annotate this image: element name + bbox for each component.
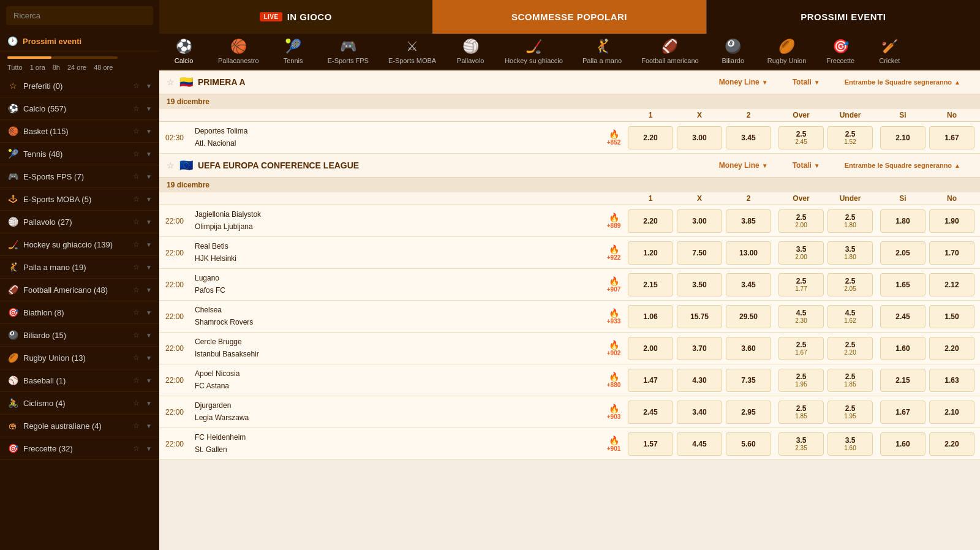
odds-1-1-4[interactable]: 2.00 bbox=[628, 337, 673, 360]
odds-under-0-0[interactable]: 2.5 1.52 bbox=[827, 126, 873, 149]
star-button-7[interactable]: ☆ bbox=[133, 240, 140, 249]
odds-over-1-0[interactable]: 2.5 2.00 bbox=[778, 209, 824, 233]
odds-1-1-2[interactable]: 2.15 bbox=[628, 273, 673, 296]
sidebar-item-0[interactable]: ☆ Preferiti (0) ☆ ▼ bbox=[0, 75, 159, 97]
sidebar-item-1[interactable]: ⚽ Calcio (557) ☆ ▼ bbox=[0, 97, 159, 120]
odds-1-1-0[interactable]: 2.20 bbox=[628, 209, 673, 233]
odds-no-1-0[interactable]: 1.90 bbox=[929, 209, 974, 233]
odds-no-1-5[interactable]: 1.63 bbox=[929, 369, 974, 392]
sport-tab-rugby-union[interactable]: 🏉 Rugby Union bbox=[758, 34, 816, 70]
odds-1-1-7[interactable]: 1.57 bbox=[628, 432, 673, 456]
odds-2-1-0[interactable]: 3.85 bbox=[726, 209, 771, 233]
star-button-9[interactable]: ☆ bbox=[133, 285, 140, 294]
sport-tab-e-sports-fps[interactable]: 🎮 E-Sports FPS bbox=[318, 34, 379, 70]
odds-no-1-3[interactable]: 1.50 bbox=[929, 305, 974, 328]
star-button-1[interactable]: ☆ bbox=[133, 104, 140, 113]
odds-2-1-2[interactable]: 3.45 bbox=[726, 273, 771, 296]
odds-2-1-4[interactable]: 3.60 bbox=[726, 337, 771, 360]
sport-tab-biliardo[interactable]: 🎱 Biliardo bbox=[709, 34, 758, 70]
odds-over-1-6[interactable]: 2.5 1.85 bbox=[778, 401, 824, 424]
sport-tab-football-americano[interactable]: 🏈 Football americano bbox=[631, 34, 709, 70]
odds-x-1-6[interactable]: 3.40 bbox=[677, 401, 722, 424]
moneyline-header-0[interactable]: Money Line ▼ bbox=[707, 78, 780, 86]
scommesse-popolari-button[interactable]: SCOMMESSE POPOLARI bbox=[432, 0, 706, 34]
odds-x-1-4[interactable]: 3.70 bbox=[677, 337, 722, 360]
odds-1-1-6[interactable]: 2.45 bbox=[628, 401, 673, 424]
odds-si-1-7[interactable]: 1.60 bbox=[880, 432, 925, 456]
odds-under-1-2[interactable]: 2.5 2.05 bbox=[827, 273, 873, 296]
odds-2-1-3[interactable]: 29.50 bbox=[726, 305, 771, 328]
star-button-14[interactable]: ☆ bbox=[133, 399, 140, 407]
odds-x-1-7[interactable]: 4.45 bbox=[677, 432, 722, 456]
totali-header-1[interactable]: Totali ▼ bbox=[780, 161, 832, 170]
odds-under-1-6[interactable]: 2.5 1.95 bbox=[827, 401, 873, 424]
sidebar-item-5[interactable]: 🕹 E-Sports MOBA (5) ☆ ▼ bbox=[0, 188, 159, 211]
sidebar-item-10[interactable]: 🎯 Biathlon (8) ☆ ▼ bbox=[0, 301, 159, 324]
odds-2-1-6[interactable]: 2.95 bbox=[726, 401, 771, 424]
star-button-3[interactable]: ☆ bbox=[133, 149, 140, 158]
star-button-6[interactable]: ☆ bbox=[133, 217, 140, 226]
odds-under-1-3[interactable]: 4.5 1.62 bbox=[827, 305, 873, 328]
odds-over-1-7[interactable]: 3.5 2.35 bbox=[778, 432, 824, 456]
sidebar-item-4[interactable]: 🎮 E-Sports FPS (7) ☆ ▼ bbox=[0, 165, 159, 188]
odds-si-1-3[interactable]: 2.45 bbox=[880, 305, 925, 328]
odds-no-0-0[interactable]: 1.67 bbox=[929, 126, 974, 149]
in-gioco-button[interactable]: LIVE IN GIOCO bbox=[159, 0, 432, 34]
sidebar-item-16[interactable]: 🎯 Freccette (32) ☆ ▼ bbox=[0, 437, 159, 460]
sport-tab-pallacanestro[interactable]: 🏀 Pallacanestro bbox=[208, 34, 269, 70]
odds-x-1-0[interactable]: 3.00 bbox=[677, 209, 722, 233]
star-button-2[interactable]: ☆ bbox=[133, 127, 140, 135]
odds-si-0-0[interactable]: 2.10 bbox=[880, 126, 925, 149]
odds-over-1-2[interactable]: 2.5 1.77 bbox=[778, 273, 824, 296]
sport-tab-tennis[interactable]: 🎾 Tennis bbox=[269, 34, 318, 70]
odds-x-1-3[interactable]: 15.75 bbox=[677, 305, 722, 328]
odds-x-1-5[interactable]: 4.30 bbox=[677, 369, 722, 392]
odds-over-1-4[interactable]: 2.5 1.67 bbox=[778, 337, 824, 360]
odds-no-1-6[interactable]: 2.10 bbox=[929, 401, 974, 424]
league-star-1[interactable]: ☆ bbox=[167, 160, 175, 170]
odds-si-1-0[interactable]: 1.80 bbox=[880, 209, 925, 233]
odds-over-1-3[interactable]: 4.5 2.30 bbox=[778, 305, 824, 328]
odds-under-1-1[interactable]: 3.5 1.80 bbox=[827, 241, 873, 265]
sport-tab-freccette[interactable]: 🎯 Freccette bbox=[816, 34, 865, 70]
sport-tab-cricket[interactable]: 🏏 Cricket bbox=[865, 34, 914, 70]
sport-tab-calcio[interactable]: ⚽ Calcio bbox=[159, 34, 208, 70]
odds-1-1-3[interactable]: 1.06 bbox=[628, 305, 673, 328]
sidebar-item-12[interactable]: 🏉 Rugby Union (13) ☆ ▼ bbox=[0, 347, 159, 369]
sidebar-item-14[interactable]: 🚴 Ciclismo (4) ☆ ▼ bbox=[0, 392, 159, 415]
odds-over-1-1[interactable]: 3.5 2.00 bbox=[778, 241, 824, 265]
odds-1-1-1[interactable]: 1.20 bbox=[628, 241, 673, 265]
sidebar-item-8[interactable]: 🤾 Palla a mano (19) ☆ ▼ bbox=[0, 256, 159, 279]
odds-x-1-1[interactable]: 7.50 bbox=[677, 241, 722, 265]
star-button-11[interactable]: ☆ bbox=[133, 331, 140, 339]
sport-tab-palla-a-mano[interactable]: 🤾 Palla a mano bbox=[573, 34, 631, 70]
odds-x-0-0[interactable]: 3.00 bbox=[677, 126, 722, 149]
sidebar-item-9[interactable]: 🏈 Football Americano (48) ☆ ▼ bbox=[0, 279, 159, 301]
odds-under-1-5[interactable]: 2.5 1.85 bbox=[827, 369, 873, 392]
star-button-5[interactable]: ☆ bbox=[133, 195, 140, 203]
odds-2-0-0[interactable]: 3.45 bbox=[726, 126, 771, 149]
odds-si-1-4[interactable]: 1.60 bbox=[880, 337, 925, 360]
odds-2-1-1[interactable]: 13.00 bbox=[726, 241, 771, 265]
star-button-8[interactable]: ☆ bbox=[133, 263, 140, 271]
odds-2-1-7[interactable]: 5.60 bbox=[726, 432, 771, 456]
league-star-0[interactable]: ☆ bbox=[167, 77, 175, 87]
sidebar-item-7[interactable]: 🏒 Hockey su ghiaccio (139) ☆ ▼ bbox=[0, 233, 159, 256]
sport-tab-pallavolo[interactable]: 🏐 Pallavolo bbox=[446, 34, 495, 70]
odds-no-1-1[interactable]: 1.70 bbox=[929, 241, 974, 265]
odds-over-1-5[interactable]: 2.5 1.95 bbox=[778, 369, 824, 392]
sidebar-item-13[interactable]: ⚾ Baseball (1) ☆ ▼ bbox=[0, 369, 159, 392]
star-button-0[interactable]: ☆ bbox=[133, 81, 140, 90]
odds-si-1-6[interactable]: 1.67 bbox=[880, 401, 925, 424]
search-input[interactable] bbox=[6, 6, 153, 25]
odds-x-1-2[interactable]: 3.50 bbox=[677, 273, 722, 296]
star-button-13[interactable]: ☆ bbox=[133, 376, 140, 385]
star-button-12[interactable]: ☆ bbox=[133, 353, 140, 362]
odds-under-1-7[interactable]: 3.5 1.60 bbox=[827, 432, 873, 456]
entrambe-header-1[interactable]: Entrambe le Squadre segneranno ▲ bbox=[832, 162, 973, 169]
sidebar-item-3[interactable]: 🎾 Tennis (48) ☆ ▼ bbox=[0, 143, 159, 165]
sport-tab-hockey-su-ghiaccio[interactable]: 🏒 Hockey su ghiaccio bbox=[495, 34, 573, 70]
star-button-15[interactable]: ☆ bbox=[133, 421, 140, 430]
totali-header-0[interactable]: Totali ▼ bbox=[780, 78, 832, 86]
entrambe-header-0[interactable]: Entrambe le Squadre segneranno ▲ bbox=[832, 78, 973, 86]
